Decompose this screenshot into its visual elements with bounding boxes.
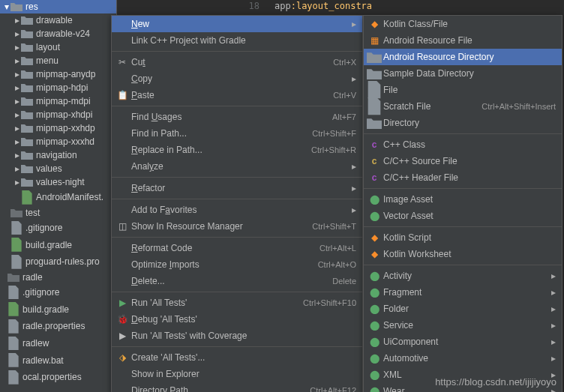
submenu-arrow-icon: ▸ [551, 287, 556, 298]
menu-label: C/C++ Header File [382, 172, 556, 183]
expand-arrow-icon[interactable]: ▸ [14, 55, 21, 66]
expand-arrow-icon[interactable]: ▸ [14, 15, 21, 25]
menu-item-run-all-tests-with-coverage[interactable]: ▶Run 'All Tests' with Coverage [112, 328, 362, 344]
tree-item-values[interactable]: ▸values [0, 162, 116, 175]
tree-item-AndroidManifest-[interactable]: AndroidManifest. [0, 189, 116, 206]
tree-item-drawable[interactable]: ▸drawable [0, 13, 116, 27]
submenu-item-image-asset[interactable]: ⬤Image Asset [364, 191, 562, 208]
expand-arrow-icon[interactable]: ▸ [14, 28, 21, 39]
tree-item-radle[interactable]: radle [0, 271, 116, 284]
menu-item-find-in-path-[interactable]: Find in Path...Ctrl+Shift+F [112, 125, 362, 142]
tree-item-layout[interactable]: ▸layout [0, 40, 116, 54]
submenu-item-service[interactable]: ⬤Service▸ [364, 317, 562, 334]
tree-item-radlew[interactable]: radlew [0, 335, 116, 352]
menu-item-cut[interactable]: ✂CutCtrl+X [112, 54, 362, 70]
menu-item-delete-[interactable]: Delete...Delete [112, 273, 362, 289]
expand-arrow-icon[interactable]: ▸ [14, 82, 21, 93]
menu-item-link-c-project-with-gradle[interactable]: Link C++ Project with Gradle [112, 32, 362, 49]
menu-item-debug-all-tests-[interactable]: 🐞Debug 'All Tests' [112, 311, 362, 328]
tree-item-res[interactable]: ▾res [0, 0, 116, 13]
submenu-item-vector-asset[interactable]: ⬤Vector Asset [364, 208, 562, 224]
tree-label: mipmap-xxhdp [36, 123, 95, 133]
menu-item-copy[interactable]: Copy▸ [112, 70, 362, 87]
tree-item-mipmap-xxxhd[interactable]: ▸mipmap-xxxhd [0, 135, 116, 148]
menu-label: File [382, 85, 556, 95]
submenu-item-kotlin-script[interactable]: ◆Kotlin Script [364, 229, 562, 246]
tree-item-menu[interactable]: ▸menu [0, 54, 116, 67]
expand-arrow-icon[interactable]: ▾ [3, 1, 10, 12]
tree-item--gitignore[interactable]: .gitignore [0, 284, 116, 301]
submenu-item-c-class[interactable]: cC++ Class [364, 136, 562, 153]
menu-separator [112, 199, 362, 199]
menu-item-add-to-favorites[interactable]: Add to Favorites▸ [112, 202, 362, 218]
menu-item-analyze[interactable]: Analyze▸ [112, 158, 362, 175]
menu-item-new[interactable]: New▸ [112, 16, 362, 32]
menu-item-show-in-resource-manager[interactable]: ◫Show In Resource ManagerCtrl+Shift+T [112, 218, 362, 235]
submenu-item-file[interactable]: File [364, 82, 562, 98]
new-submenu[interactable]: ◆Kotlin Class/File▦Android Resource File… [363, 15, 562, 392]
expand-arrow-icon[interactable]: ▸ [14, 109, 21, 120]
context-menu[interactable]: New▸Link C++ Project with Gradle✂CutCtrl… [111, 15, 363, 392]
tree-item-radle-properties[interactable]: radle.properties [0, 318, 116, 335]
submenu-item-automotive[interactable]: ⬤Automotive▸ [364, 350, 562, 367]
menu-item-refactor[interactable]: Refactor▸ [112, 180, 362, 196]
tree-item--gitignore[interactable]: .gitignore [0, 220, 116, 237]
tree-item-proguard-rules-pro[interactable]: proguard-rules.pro [0, 253, 116, 271]
submenu-item-kotlin-class-file[interactable]: ◆Kotlin Class/File [364, 16, 562, 32]
submenu-item-sample-data-directory[interactable]: Sample Data Directory [364, 65, 562, 82]
tree-item-navigation[interactable]: ▸navigation [0, 148, 116, 162]
submenu-item-android-resource-directory[interactable]: Android Resource Directory [364, 49, 562, 65]
submenu-item-uicomponent[interactable]: ⬤UiComponent▸ [364, 334, 562, 350]
expand-arrow-icon[interactable]: ▸ [14, 136, 21, 147]
expand-arrow-icon[interactable]: ▸ [14, 69, 21, 79]
menu-item-run-all-tests-[interactable]: ▶Run 'All Tests'Ctrl+Shift+F10 [112, 295, 362, 311]
tree-item-ocal-properties[interactable]: ocal.properties [0, 369, 116, 386]
tree-label: menu [36, 55, 58, 66]
menu-item-optimize-imports[interactable]: Optimize ImportsCtrl+Alt+O [112, 256, 362, 273]
menu-item-show-in-explorer[interactable]: Show in Explorer [112, 366, 362, 382]
submenu-item-activity[interactable]: ⬤Activity▸ [364, 268, 562, 284]
tree-label: build.gradle [22, 304, 69, 315]
expand-arrow-icon[interactable]: ▸ [14, 96, 21, 106]
android-g-icon: ⬤ [367, 287, 382, 298]
kotlin-icon: ◆ [367, 232, 382, 243]
expand-arrow-icon[interactable]: ▸ [14, 163, 21, 174]
menu-separator [112, 106, 362, 106]
menu-separator [364, 133, 562, 134]
tree-item-mipmap-hdpi[interactable]: ▸mipmap-hdpi [0, 81, 116, 94]
menu-item-replace-in-path-[interactable]: Replace in Path...Ctrl+Shift+R [112, 142, 362, 158]
tree-item-radlew-bat[interactable]: radlew.bat [0, 352, 116, 369]
android-g-icon: ⬤ [367, 386, 382, 392]
expand-arrow-icon[interactable]: ▸ [14, 42, 21, 52]
expand-arrow-icon[interactable]: ▸ [14, 177, 21, 187]
submenu-item-scratch-file[interactable]: Scratch FileCtrl+Alt+Shift+Insert [364, 98, 562, 115]
tree-item-mipmap-mdpi[interactable]: ▸mipmap-mdpi [0, 94, 116, 108]
menu-label: Kotlin Class/File [382, 19, 556, 29]
folder-icon [21, 110, 33, 119]
folder-icon [367, 118, 382, 129]
project-tree[interactable]: ▾res▸drawable▸drawable-v24▸layout▸menu▸m… [0, 0, 117, 392]
submenu-item-kotlin-worksheet[interactable]: ◆Kotlin Worksheet [364, 246, 562, 262]
submenu-item-c-c-header-file[interactable]: cC/C++ Header File [364, 169, 562, 186]
submenu-item-c-c-source-file[interactable]: cC/C++ Source File [364, 153, 562, 169]
menu-item-directory-path[interactable]: Directory PathCtrl+Alt+F12 [112, 382, 362, 392]
tree-item-values-night[interactable]: ▸values-night [0, 175, 116, 189]
submenu-item-folder[interactable]: ⬤Folder▸ [364, 301, 562, 317]
menu-label: Kotlin Worksheet [382, 249, 556, 259]
tree-item-build-gradle[interactable]: build.gradle [0, 301, 116, 318]
tree-item-drawable-v24[interactable]: ▸drawable-v24 [0, 27, 116, 40]
submenu-item-android-resource-file[interactable]: ▦Android Resource File [364, 32, 562, 49]
tree-item-test[interactable]: test [0, 206, 116, 220]
expand-arrow-icon[interactable]: ▸ [14, 150, 21, 160]
menu-item-paste[interactable]: 📋PasteCtrl+V [112, 87, 362, 103]
tree-item-build-gradle[interactable]: build.gradle [0, 236, 116, 253]
tree-item-mipmap-anydp[interactable]: ▸mipmap-anydp [0, 67, 116, 81]
submenu-item-fragment[interactable]: ⬤Fragment▸ [364, 284, 562, 301]
menu-item-find-usages[interactable]: Find UsagesAlt+F7 [112, 109, 362, 125]
tree-item-mipmap-xxhdp[interactable]: ▸mipmap-xxhdp [0, 121, 116, 135]
expand-arrow-icon[interactable]: ▸ [14, 123, 21, 133]
tree-item-mipmap-xhdpi[interactable]: ▸mipmap-xhdpi [0, 108, 116, 121]
submenu-item-directory[interactable]: Directory [364, 115, 562, 131]
menu-item-reformat-code[interactable]: Reformat CodeCtrl+Alt+L [112, 240, 362, 256]
menu-item-create-all-tests-[interactable]: ⬗Create 'All Tests'... [112, 349, 362, 366]
